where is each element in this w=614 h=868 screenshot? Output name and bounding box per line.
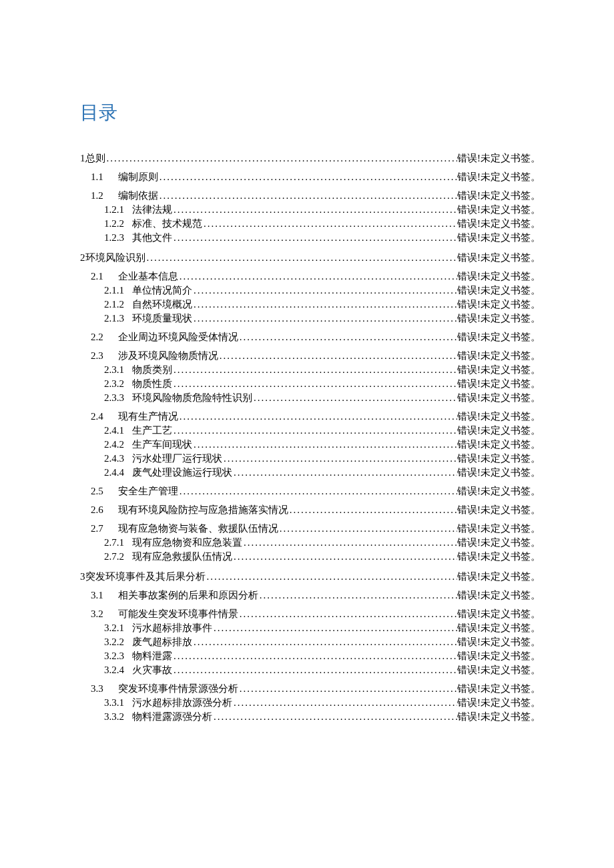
entry-number: 1.2.3 [104, 232, 124, 244]
entry-number: 2.3 [91, 350, 103, 362]
entry-number: 3.2.2 [104, 636, 124, 648]
entry-number: 1 [80, 152, 85, 164]
leader-dots [218, 350, 457, 362]
page-reference: 错误!未定义书签。 [457, 438, 541, 450]
page-reference: 错误!未定义书签。 [457, 218, 541, 230]
entry-number: 2.3.2 [104, 378, 124, 390]
page-reference: 错误!未定义书签。 [457, 485, 541, 497]
entry-label: 编制依据 [118, 189, 158, 201]
leader-dots [192, 312, 457, 324]
leader-dots [172, 232, 457, 244]
toc-entry: 2.3.1物质类别错误!未定义书签。 [80, 364, 541, 376]
leader-dots [192, 284, 457, 296]
leader-dots [242, 536, 457, 548]
entry-number: 2.4.1 [104, 424, 124, 436]
entry-label: 物料泄露源强分析 [132, 711, 212, 723]
entry-number: 3.3.2 [104, 711, 124, 723]
entry-label: 环境风险识别 [85, 252, 145, 264]
toc-entry: 2.4.2生产车间现状错误!未定义书签。 [80, 438, 541, 450]
leader-dots [238, 331, 457, 343]
toc-entry: 3.2.2废气超标排放错误!未定义书签。 [80, 636, 541, 648]
page-reference: 错误!未定义书签。 [457, 608, 541, 620]
toc-entry: 1.2.3其他文件错误!未定义书签。 [80, 232, 541, 244]
toc-entry: 2.4.3污水处理厂运行现状错误!未定义书签。 [80, 452, 541, 464]
entry-label: 生产工艺 [132, 424, 172, 436]
page-reference: 错误!未定义书签。 [457, 664, 541, 676]
entry-number: 2.5 [91, 485, 103, 497]
leader-dots [172, 664, 457, 676]
page-reference: 错误!未定义书签。 [457, 683, 541, 695]
entry-label: 其他文件 [132, 232, 172, 244]
entry-number: 2.6 [91, 504, 103, 516]
page-reference: 错误!未定义书签。 [457, 570, 541, 582]
toc-entry: 3.2.3物料泄露错误!未定义书签。 [80, 650, 541, 662]
entry-number: 3.3 [91, 683, 103, 695]
entry-number: 2.2 [91, 331, 103, 343]
entry-number: 3.3.1 [104, 697, 124, 709]
toc-entry: 3.3.2物料泄露源强分析错误!未定义书签。 [80, 711, 541, 723]
entry-label: 企业基本信息 [118, 270, 178, 282]
page-reference: 错误!未定义书签。 [457, 650, 541, 662]
page-reference: 错误!未定义书签。 [457, 504, 541, 516]
entry-number: 1.2.1 [104, 203, 124, 215]
page-reference: 错误!未定义书签。 [457, 410, 541, 422]
leader-dots [192, 298, 457, 310]
page-reference: 错误!未定义书签。 [457, 252, 541, 264]
page-reference: 错误!未定义书签。 [457, 466, 541, 478]
leader-dots [178, 410, 457, 422]
entry-number: 2.1 [91, 270, 103, 282]
entry-label: 废气处理设施运行现状 [132, 466, 232, 478]
toc-entry: 2.1.1单位情况简介错误!未定义书签。 [80, 284, 541, 296]
toc-entry: 2.3.2物质性质错误!未定义书签。 [80, 378, 541, 390]
entry-label: 涉及环境风险物质情况 [118, 350, 218, 362]
table-of-contents: 1 总则错误!未定义书签。1.1编制原则错误!未定义书签。1.2编制依据错误!未… [80, 152, 541, 723]
page-reference: 错误!未定义书签。 [457, 350, 541, 362]
page-reference: 错误!未定义书签。 [457, 536, 541, 548]
entry-label: 可能发生突发环境事件情景 [118, 608, 238, 620]
toc-entry: 1.2编制依据错误!未定义书签。 [80, 189, 541, 201]
leader-dots [158, 171, 457, 183]
toc-entry: 2.7.1现有应急物资和应急装置错误!未定义书签。 [80, 536, 541, 548]
toc-entry: 2.6现有环境风险防控与应急措施落实情况错误!未定义书签。 [80, 504, 541, 516]
page-reference: 错误!未定义书签。 [457, 622, 541, 634]
entry-label: 污水处理厂运行现状 [132, 452, 222, 464]
toc-entry: 2.4.4废气处理设施运行现状错误!未定义书签。 [80, 466, 541, 478]
entry-label: 现有应急物资与装备、救援队伍情况 [118, 522, 278, 534]
leader-dots [212, 711, 457, 723]
page-reference: 错误!未定义书签。 [457, 171, 541, 183]
entry-label: 污水超标排放源强分析 [132, 697, 232, 709]
toc-entry: 2.4.1生产工艺错误!未定义书签。 [80, 424, 541, 436]
toc-entry: 1.2.1法律法规错误!未定义书签。 [80, 203, 541, 215]
entry-label: 企业周边环境风险受体情况 [118, 331, 238, 343]
entry-label: 现有应急物资和应急装置 [132, 536, 242, 548]
page-reference: 错误!未定义书签。 [457, 364, 541, 376]
toc-entry: 2.3涉及环境风险物质情况错误!未定义书签。 [80, 350, 541, 362]
leader-dots [178, 270, 457, 282]
entry-label: 物质类别 [132, 364, 172, 376]
leader-dots [206, 570, 458, 582]
leader-dots [178, 485, 457, 497]
entry-label: 总则 [85, 152, 105, 164]
toc-entry: 3.1相关事故案例的后果和原因分析错误!未定义书签。 [80, 589, 541, 601]
entry-number: 2.7 [91, 522, 103, 534]
entry-number: 3.2.1 [104, 622, 124, 634]
toc-entry: 2 环境风险识别错误!未定义书签。 [80, 252, 541, 264]
entry-number: 3.2.3 [104, 650, 124, 662]
leader-dots [288, 504, 457, 516]
entry-label: 编制原则 [118, 171, 158, 183]
toc-entry: 2.2企业周边环境风险受体情况错误!未定义书签。 [80, 331, 541, 343]
page-reference: 错误!未定义书签。 [457, 298, 541, 310]
entry-label: 突发环境事件情景源强分析 [118, 683, 238, 695]
leader-dots [238, 683, 457, 695]
leader-dots [105, 152, 458, 164]
entry-label: 环境质量现状 [132, 312, 192, 324]
toc-entry: 3.3.1污水超标排放源强分析错误!未定义书签。 [80, 697, 541, 709]
toc-entry: 2.1企业基本信息错误!未定义书签。 [80, 270, 541, 282]
leader-dots [278, 522, 457, 534]
leader-dots [172, 203, 457, 215]
leader-dots [202, 218, 457, 230]
page-reference: 错误!未定义书签。 [457, 152, 541, 164]
leader-dots [238, 608, 457, 620]
entry-label: 物料泄露 [132, 650, 172, 662]
entry-label: 物质性质 [132, 378, 172, 390]
